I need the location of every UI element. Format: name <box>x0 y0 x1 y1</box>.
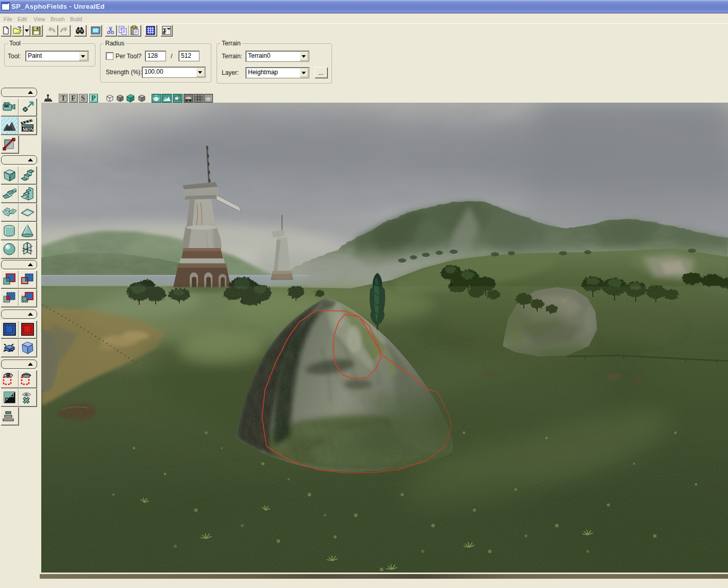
svg-text:MOV: MOV <box>23 127 34 132</box>
